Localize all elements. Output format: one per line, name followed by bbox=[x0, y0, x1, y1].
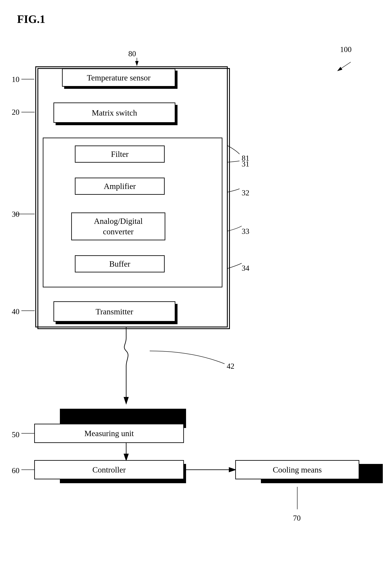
transmitter-block: Transmitter bbox=[53, 301, 175, 322]
buffer-block: Buffer bbox=[75, 255, 165, 272]
ref-label-30: 30 bbox=[12, 210, 20, 219]
ref-label-10: 10 bbox=[12, 75, 20, 84]
temp-sensor-block: Temperature sensor bbox=[62, 69, 175, 87]
label-42: 42 bbox=[227, 362, 234, 371]
label-34: 34 bbox=[242, 264, 249, 273]
cooling-means-block: Cooling means bbox=[235, 460, 359, 479]
controller-block: Controller bbox=[34, 460, 184, 479]
label-32: 32 bbox=[242, 188, 249, 197]
ref-label-50: 50 bbox=[12, 430, 20, 439]
ref-label-60: 60 bbox=[12, 466, 20, 475]
adc-block: Analog/Digital converter bbox=[71, 213, 165, 240]
figure-title: FIG.1 bbox=[17, 13, 45, 25]
label-80: 80 bbox=[128, 49, 136, 58]
label-70: 70 bbox=[293, 514, 301, 523]
label-31: 31 bbox=[242, 159, 249, 168]
label-100: 100 bbox=[340, 45, 352, 54]
label-33: 33 bbox=[242, 227, 249, 236]
ref-label-20: 20 bbox=[12, 108, 20, 117]
matrix-switch-block: Matrix switch bbox=[53, 102, 175, 123]
filter-block: Filter bbox=[75, 145, 165, 163]
ref-label-40: 40 bbox=[12, 307, 20, 316]
svg-line-9 bbox=[338, 62, 351, 71]
measuring-unit-block: Measuring unit bbox=[34, 424, 184, 443]
amplifier-block: Amplifier bbox=[75, 178, 165, 195]
